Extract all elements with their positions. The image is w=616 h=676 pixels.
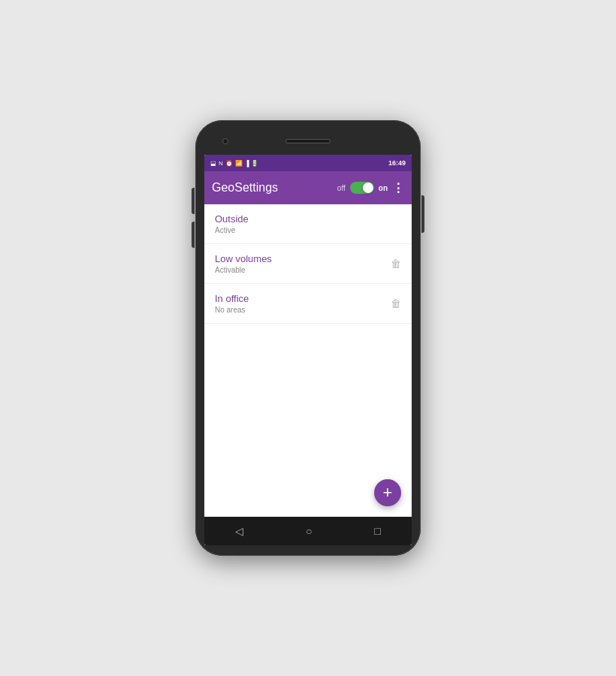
wifi-icon: 📶 (235, 160, 243, 167)
list-item-subtitle-outside: Active (215, 226, 401, 234)
phone-screen: ⬓ N ⏰ 📶 ▐ 🔋 16:49 GeoSettings off on ⋮ (204, 155, 412, 545)
recents-nav-icon[interactable]: □ (374, 525, 380, 537)
toggle-off-label: off (337, 184, 346, 192)
signal-icon: ▐ (245, 160, 249, 167)
volume-up-button (192, 188, 195, 214)
earpiece-speaker (285, 139, 331, 143)
front-camera (222, 138, 228, 144)
app-bar: GeoSettings off on ⋮ (204, 171, 412, 204)
delete-low-volumes-icon[interactable]: 🗑 (391, 258, 401, 270)
home-nav-icon[interactable]: ○ (306, 525, 312, 537)
status-time: 16:49 (388, 159, 406, 167)
fab-add-button[interactable]: + (374, 479, 401, 506)
delete-in-office-icon[interactable]: 🗑 (391, 297, 401, 309)
list-item[interactable]: Outside Active (204, 204, 412, 244)
toggle-on-label: on (379, 184, 388, 192)
list-item-title-low-volumes: Low volumes (215, 253, 391, 264)
app-bar-actions: off on ⋮ (337, 181, 404, 195)
list-item[interactable]: Low volumes Activable 🗑 (204, 244, 412, 284)
content-area: Outside Active Low volumes Activable 🗑 I… (204, 204, 412, 517)
phone-device: ⬓ N ⏰ 📶 ▐ 🔋 16:49 GeoSettings off on ⋮ (195, 120, 421, 556)
battery-icon: 🔋 (251, 160, 258, 167)
fab-add-icon: + (383, 484, 393, 501)
list-item-title-in-office: In office (215, 293, 391, 304)
power-button (421, 195, 424, 233)
list-item-text: Outside Active (215, 213, 401, 234)
geosettings-toggle[interactable] (350, 182, 374, 194)
list-item-subtitle-in-office: No areas (215, 306, 391, 314)
status-icons-left: ⬓ N ⏰ 📶 ▐ 🔋 (210, 160, 258, 167)
app-title: GeoSettings (212, 181, 337, 195)
navigation-bar: ◁ ○ □ (204, 517, 412, 545)
status-bar: ⬓ N ⏰ 📶 ▐ 🔋 16:49 (204, 155, 412, 171)
volume-down-button (192, 222, 195, 248)
phone-top-bar (204, 131, 412, 152)
list-item-text: Low volumes Activable (215, 253, 391, 274)
nfc-icon: N (219, 160, 223, 167)
toggle-thumb (363, 183, 373, 193)
list-item-text: In office No areas (215, 293, 391, 314)
list-item-title-outside: Outside (215, 213, 401, 225)
back-nav-icon[interactable]: ◁ (235, 525, 243, 537)
alarm-icon: ⏰ (225, 160, 233, 167)
bluetooth-icon: ⬓ (210, 160, 216, 167)
list-item[interactable]: In office No areas 🗑 (204, 284, 412, 324)
list-item-subtitle-low-volumes: Activable (215, 266, 391, 274)
overflow-menu-icon[interactable]: ⋮ (392, 181, 404, 195)
